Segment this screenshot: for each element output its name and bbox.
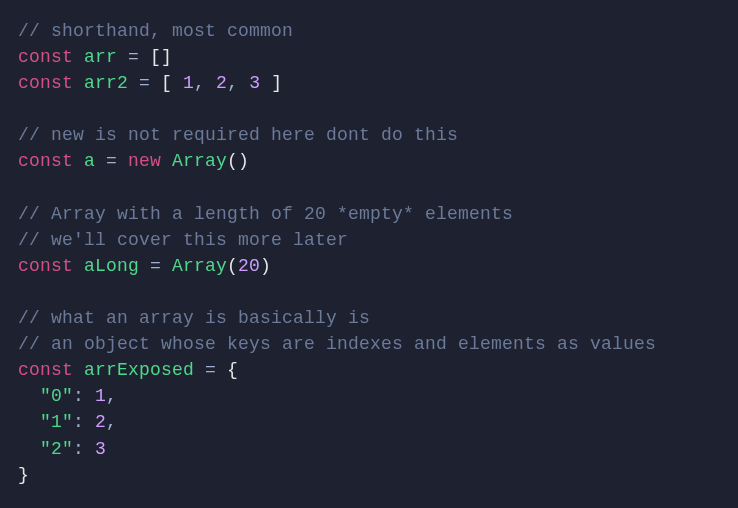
op-token: = bbox=[95, 151, 128, 171]
ident-token: a bbox=[84, 151, 95, 171]
code-line: "1": 2, bbox=[18, 409, 720, 435]
op-token bbox=[161, 151, 172, 171]
str-token: "2" bbox=[40, 439, 73, 459]
num-token: 2 bbox=[95, 412, 106, 432]
num-token: 3 bbox=[95, 439, 106, 459]
ident-token: aLong bbox=[84, 256, 139, 276]
op-token: , bbox=[106, 386, 117, 406]
ident-token: arr2 bbox=[84, 73, 128, 93]
comment-token: // what an array is basically is bbox=[18, 308, 370, 328]
code-line bbox=[18, 175, 720, 201]
comment-token: // new is not required here dont do this bbox=[18, 125, 458, 145]
punct-token: ) bbox=[260, 256, 271, 276]
code-line: const arr = [] bbox=[18, 44, 720, 70]
code-line: const a = new Array() bbox=[18, 148, 720, 174]
keyword-token: const bbox=[18, 256, 73, 276]
comment-token: // we'll cover this more later bbox=[18, 230, 348, 250]
keyword-token: const bbox=[18, 151, 73, 171]
comment-token: // shorthand, most common bbox=[18, 21, 293, 41]
num-token: 1 bbox=[95, 386, 106, 406]
punct-token: [] bbox=[150, 47, 172, 67]
punct-token: ] bbox=[260, 73, 282, 93]
op-token: = bbox=[139, 256, 172, 276]
punct-token: ( bbox=[227, 256, 238, 276]
str-token: "0" bbox=[40, 386, 73, 406]
code-line: // an object whose keys are indexes and … bbox=[18, 331, 720, 357]
keyword-token: const bbox=[18, 47, 73, 67]
op-token: , bbox=[227, 73, 249, 93]
comment-token: // Array with a length of 20 *empty* ele… bbox=[18, 204, 513, 224]
ident-token: arrExposed bbox=[84, 360, 194, 380]
code-line: "0": 1, bbox=[18, 383, 720, 409]
op-token: : bbox=[73, 439, 95, 459]
op-token bbox=[73, 360, 84, 380]
op-token bbox=[18, 412, 40, 432]
code-line: "2": 3 bbox=[18, 436, 720, 462]
code-block: // shorthand, most commonconst arr = []c… bbox=[18, 18, 720, 488]
keyword-token: const bbox=[18, 360, 73, 380]
ident-token: Array bbox=[172, 151, 227, 171]
code-line: const arr2 = [ 1, 2, 3 ] bbox=[18, 70, 720, 96]
punct-token: } bbox=[18, 465, 29, 485]
code-line: const arrExposed = { bbox=[18, 357, 720, 383]
punct-token: { bbox=[227, 360, 238, 380]
code-line: // Array with a length of 20 *empty* ele… bbox=[18, 201, 720, 227]
op-token: = bbox=[194, 360, 227, 380]
str-token: "1" bbox=[40, 412, 73, 432]
op-token bbox=[73, 256, 84, 276]
op-token: , bbox=[194, 73, 216, 93]
keyword-token: new bbox=[128, 151, 161, 171]
punct-token: () bbox=[227, 151, 249, 171]
num-token: 20 bbox=[238, 256, 260, 276]
code-line: // what an array is basically is bbox=[18, 305, 720, 331]
op-token bbox=[73, 47, 84, 67]
op-token bbox=[18, 386, 40, 406]
op-token: : bbox=[73, 412, 95, 432]
keyword-token: const bbox=[18, 73, 73, 93]
code-line bbox=[18, 96, 720, 122]
comment-token: // an object whose keys are indexes and … bbox=[18, 334, 656, 354]
code-line: // new is not required here dont do this bbox=[18, 122, 720, 148]
code-line: } bbox=[18, 462, 720, 488]
ident-token: Array bbox=[172, 256, 227, 276]
punct-token: [ bbox=[161, 73, 183, 93]
num-token: 3 bbox=[249, 73, 260, 93]
op-token bbox=[18, 439, 40, 459]
code-line: const aLong = Array(20) bbox=[18, 253, 720, 279]
code-line: // shorthand, most common bbox=[18, 18, 720, 44]
num-token: 1 bbox=[183, 73, 194, 93]
op-token: , bbox=[106, 412, 117, 432]
op-token: = bbox=[128, 73, 161, 93]
op-token: = bbox=[117, 47, 150, 67]
op-token bbox=[73, 151, 84, 171]
code-line bbox=[18, 279, 720, 305]
op-token: : bbox=[73, 386, 95, 406]
num-token: 2 bbox=[216, 73, 227, 93]
code-line: // we'll cover this more later bbox=[18, 227, 720, 253]
ident-token: arr bbox=[84, 47, 117, 67]
op-token bbox=[73, 73, 84, 93]
